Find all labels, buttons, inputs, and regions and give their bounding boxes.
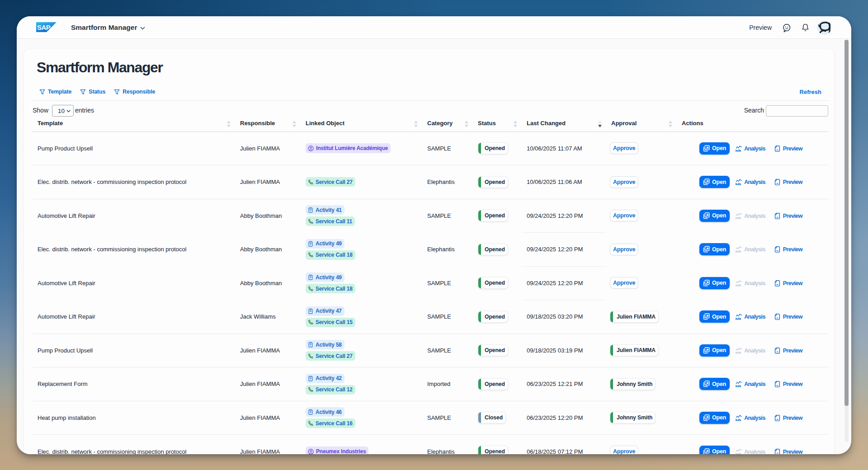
svg-text:SAP: SAP bbox=[37, 24, 51, 31]
